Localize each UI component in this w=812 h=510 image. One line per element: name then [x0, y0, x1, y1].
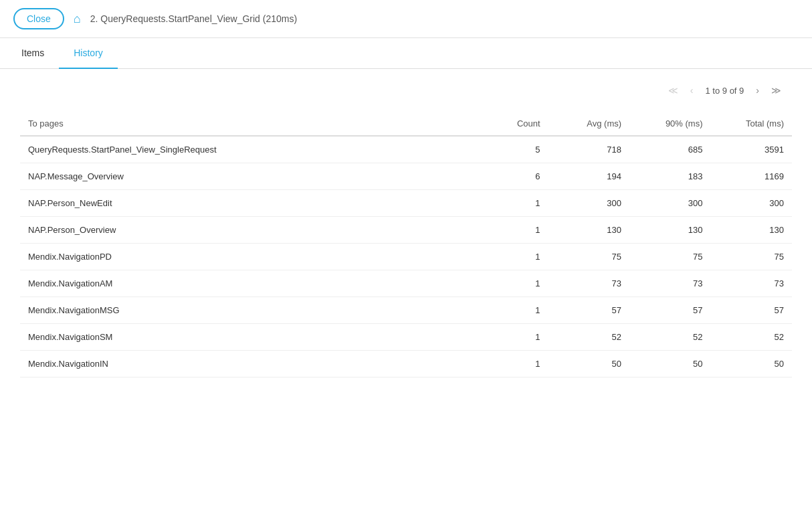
- home-icon[interactable]: ⌂: [74, 12, 81, 26]
- cell-total_ms: 73: [711, 270, 792, 297]
- col-header-count: Count: [467, 112, 548, 136]
- table-row: Mendix.NavigationMSG1575757: [20, 297, 792, 324]
- cell-to-pages: Mendix.NavigationSM: [20, 324, 467, 351]
- table-row: NAP.Person_NewEdit1300300300: [20, 190, 792, 217]
- cell-to-pages: Mendix.NavigationAM: [20, 270, 467, 297]
- cell-total_ms: 50: [711, 351, 792, 377]
- cell-to-pages: QueryRequests.StartPanel_View_SingleRequ…: [20, 136, 467, 163]
- cell-p90_ms: 50: [629, 351, 710, 377]
- cell-avg_ms: 50: [548, 351, 629, 377]
- app-container: Close ⌂ 2. QueryRequests.StartPanel_View…: [0, 0, 812, 510]
- cell-avg_ms: 130: [548, 217, 629, 244]
- cell-to-pages: NAP.Person_Overview: [20, 217, 467, 244]
- content-area: ≪ ‹ 1 to 9 of 9 › ≫ To pages Count Avg (…: [0, 69, 812, 391]
- cell-total_ms: 300: [711, 190, 792, 217]
- tab-items[interactable]: Items: [7, 38, 59, 69]
- col-header-total: Total (ms): [711, 112, 792, 136]
- cell-p90_ms: 52: [629, 324, 710, 351]
- cell-avg_ms: 73: [548, 270, 629, 297]
- cell-count: 1: [467, 217, 548, 244]
- col-header-p90: 90% (ms): [629, 112, 710, 136]
- cell-total_ms: 1169: [711, 163, 792, 190]
- cell-to-pages: Mendix.NavigationMSG: [20, 297, 467, 324]
- cell-avg_ms: 57: [548, 297, 629, 324]
- next-page-button[interactable]: ›: [752, 82, 763, 98]
- cell-avg_ms: 75: [548, 244, 629, 270]
- cell-p90_ms: 130: [629, 217, 710, 244]
- cell-total_ms: 3591: [711, 136, 792, 163]
- tab-history[interactable]: History: [59, 38, 118, 69]
- cell-p90_ms: 300: [629, 190, 710, 217]
- prev-page-button[interactable]: ‹: [686, 82, 698, 98]
- cell-p90_ms: 57: [629, 297, 710, 324]
- pagination-row: ≪ ‹ 1 to 9 of 9 › ≫: [20, 82, 792, 98]
- close-button[interactable]: Close: [13, 8, 64, 29]
- header: Close ⌂ 2. QueryRequests.StartPanel_View…: [0, 0, 812, 38]
- table-row: NAP.Person_Overview1130130130: [20, 217, 792, 244]
- table-row: Mendix.NavigationPD1757575: [20, 244, 792, 270]
- cell-to-pages: NAP.Person_NewEdit: [20, 190, 467, 217]
- cell-total_ms: 57: [711, 297, 792, 324]
- breadcrumb: 2. QueryRequests.StartPanel_View_Grid (2…: [90, 13, 297, 24]
- table-row: NAP.Message_Overview61941831169: [20, 163, 792, 190]
- table-row: Mendix.NavigationIN1505050: [20, 351, 792, 377]
- cell-total_ms: 130: [711, 217, 792, 244]
- cell-avg_ms: 718: [548, 136, 629, 163]
- cell-count: 1: [467, 351, 548, 377]
- cell-p90_ms: 685: [629, 136, 710, 163]
- table-row: QueryRequests.StartPanel_View_SingleRequ…: [20, 136, 792, 163]
- cell-to-pages: Mendix.NavigationPD: [20, 244, 467, 270]
- cell-count: 1: [467, 190, 548, 217]
- col-header-avg: Avg (ms): [548, 112, 629, 136]
- cell-count: 1: [467, 297, 548, 324]
- cell-count: 1: [467, 324, 548, 351]
- cell-count: 6: [467, 163, 548, 190]
- table-row: Mendix.NavigationAM1737373: [20, 270, 792, 297]
- data-table: To pages Count Avg (ms) 90% (ms) Total (…: [20, 112, 792, 377]
- tabs-bar: Items History: [0, 38, 812, 69]
- table-row: Mendix.NavigationSM1525252: [20, 324, 792, 351]
- cell-count: 1: [467, 244, 548, 270]
- last-page-button[interactable]: ≫: [767, 82, 785, 98]
- cell-to-pages: NAP.Message_Overview: [20, 163, 467, 190]
- cell-total_ms: 75: [711, 244, 792, 270]
- cell-p90_ms: 73: [629, 270, 710, 297]
- cell-p90_ms: 183: [629, 163, 710, 190]
- cell-avg_ms: 300: [548, 190, 629, 217]
- first-page-button[interactable]: ≪: [664, 82, 682, 98]
- cell-count: 1: [467, 270, 548, 297]
- cell-to-pages: Mendix.NavigationIN: [20, 351, 467, 377]
- cell-count: 5: [467, 136, 548, 163]
- table-header-row: To pages Count Avg (ms) 90% (ms) Total (…: [20, 112, 792, 136]
- cell-avg_ms: 194: [548, 163, 629, 190]
- col-header-to-pages: To pages: [20, 112, 467, 136]
- cell-avg_ms: 52: [548, 324, 629, 351]
- cell-p90_ms: 75: [629, 244, 710, 270]
- cell-total_ms: 52: [711, 324, 792, 351]
- page-info: 1 to 9 of 9: [706, 86, 744, 96]
